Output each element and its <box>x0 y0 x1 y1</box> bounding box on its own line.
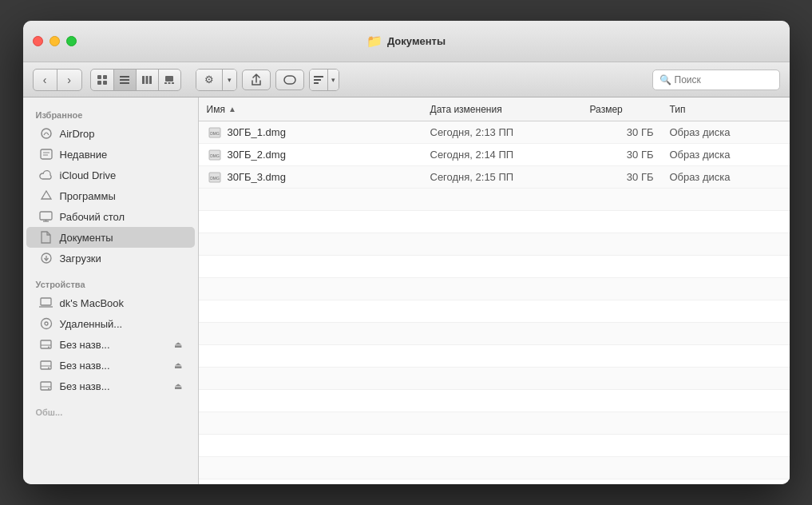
sort-icon <box>313 75 324 85</box>
dmg-icon-3: DMG <box>208 171 221 184</box>
sidebar-item-recents[interactable]: Недавние <box>26 144 195 165</box>
sort-button[interactable] <box>310 70 327 90</box>
drive2-icon <box>39 358 53 372</box>
sidebar-item-desktop[interactable]: Рабочий стол <box>26 206 195 227</box>
file-date-2: Сегодня, 2:14 ПП <box>430 149 590 161</box>
devices-header: Устройства <box>23 275 198 292</box>
sidebar-item-airdrop[interactable]: AirDrop <box>26 123 195 144</box>
finder-window: 📁 Документы ‹ › <box>23 21 790 484</box>
file-list: DMG 30ГБ_1.dmg Сегодня, 2:13 ПП 30 ГБ Об… <box>199 121 790 484</box>
eject3-icon[interactable]: ⏏ <box>174 381 182 392</box>
gear-action-button[interactable]: ⚙ <box>196 70 222 90</box>
file-name-1: 30ГБ_1.dmg <box>228 126 430 138</box>
col-size-header[interactable]: Размер <box>590 104 670 115</box>
drive1-icon <box>39 337 53 352</box>
col-date-header[interactable]: Дата изменения <box>430 104 590 115</box>
maximize-button[interactable] <box>66 36 77 46</box>
table-row[interactable]: DMG 30ГБ_1.dmg Сегодня, 2:13 ПП 30 ГБ Об… <box>199 121 790 144</box>
back-button[interactable]: ‹ <box>34 70 57 90</box>
svg-rect-4 <box>120 76 129 78</box>
remote-label: Удаленный... <box>60 318 123 330</box>
svg-point-35 <box>48 368 50 369</box>
forward-button[interactable]: › <box>57 70 81 90</box>
favorites-header: Избранное <box>23 105 198 123</box>
svg-rect-15 <box>314 76 323 78</box>
table-row[interactable]: DMG 30ГБ_3.dmg Сегодня, 2:15 ПП 30 ГБ Об… <box>199 166 790 189</box>
title-bar: 📁 Документы <box>23 21 790 62</box>
empty-row <box>199 256 790 278</box>
file-date-3: Сегодня, 2:15 ПП <box>430 171 590 183</box>
svg-rect-2 <box>97 81 101 85</box>
share-icon <box>251 74 262 86</box>
gear-dropdown-button[interactable]: ▾ <box>222 70 236 90</box>
airdrop-label: AirDrop <box>60 128 95 140</box>
table-row[interactable]: DMG 30ГБ_2.dmg Сегодня, 2:14 ПП 30 ГБ Об… <box>199 144 790 166</box>
svg-rect-22 <box>40 212 52 220</box>
unnamed3-label: Без назв... <box>60 380 110 392</box>
col-name-header[interactable]: Имя ▲ <box>207 104 430 115</box>
svg-text:DMG: DMG <box>210 153 220 157</box>
svg-rect-14 <box>284 76 295 84</box>
minimize-button[interactable] <box>50 36 60 46</box>
sort-dropdown-button[interactable]: ▾ <box>327 70 339 90</box>
empty-row <box>199 323 790 345</box>
downloads-icon <box>39 251 53 265</box>
empty-row <box>199 412 790 435</box>
svg-rect-27 <box>41 298 51 305</box>
svg-rect-0 <box>97 75 101 79</box>
view-button-group <box>90 69 181 91</box>
empty-row <box>199 189 790 211</box>
sidebar-item-remote[interactable]: Удаленный... <box>26 313 195 334</box>
sidebar-item-unnamed1[interactable]: Без назв... ⏏ <box>26 334 195 355</box>
disc-icon <box>39 316 53 331</box>
sidebar-item-unnamed3[interactable]: Без назв... ⏏ <box>26 376 195 396</box>
search-input[interactable] <box>675 74 773 85</box>
sidebar-item-apps[interactable]: Программы <box>26 185 195 206</box>
col-size-label: Размер <box>590 104 623 115</box>
sidebar-item-unnamed2[interactable]: Без назв... ⏏ <box>26 355 195 376</box>
sidebar-item-icloud[interactable]: iCloud Drive <box>26 165 195 185</box>
file-size-1: 30 ГБ <box>590 126 670 138</box>
empty-row <box>199 457 790 479</box>
close-button[interactable] <box>33 36 43 46</box>
file-type-3: Образ диска <box>670 171 782 183</box>
sidebar-item-documents[interactable]: Документы <box>26 227 195 248</box>
col-date-label: Дата изменения <box>430 104 502 115</box>
svg-rect-13 <box>172 82 174 84</box>
tag-button[interactable] <box>275 70 304 90</box>
search-box: 🔍 <box>652 70 780 90</box>
documents-icon <box>39 230 53 245</box>
action-gear-group: ⚙ ▾ <box>196 69 237 91</box>
eject1-icon[interactable]: ⏏ <box>174 340 182 350</box>
gear-chevron-icon: ▾ <box>228 76 232 84</box>
unnamed1-label: Без назв... <box>60 339 110 351</box>
sidebar-item-macbook[interactable]: dk's MacBook <box>26 292 195 313</box>
view-icon-button[interactable] <box>91 70 113 90</box>
share-button[interactable] <box>242 70 271 90</box>
body: Избранное AirDrop Недавние iCloud Drive <box>23 97 790 484</box>
list-view-icon <box>119 75 130 85</box>
file-type-2: Образ диска <box>670 149 782 161</box>
svg-rect-12 <box>168 82 171 84</box>
svg-rect-19 <box>41 149 52 159</box>
view-columns-button[interactable] <box>136 70 158 90</box>
file-size-3: 30 ГБ <box>590 171 670 183</box>
svg-point-29 <box>45 322 48 325</box>
view-cover-button[interactable] <box>158 70 180 90</box>
sort-arrow-icon: ▲ <box>228 105 236 113</box>
main-content: Имя ▲ Дата изменения Размер Тип <box>199 97 790 484</box>
col-type-label: Тип <box>670 104 686 115</box>
recents-label: Недавние <box>60 149 108 161</box>
icon-view-icon <box>97 74 108 85</box>
eject2-icon[interactable]: ⏏ <box>174 360 182 371</box>
view-list-button[interactable] <box>113 70 136 90</box>
svg-point-32 <box>48 347 50 348</box>
columns-view-icon <box>141 75 152 85</box>
empty-row <box>199 300 790 323</box>
col-type-header[interactable]: Тип <box>670 104 782 115</box>
icloud-label: iCloud Drive <box>60 169 117 181</box>
cover-view-icon <box>164 75 175 85</box>
airdrop-icon <box>39 126 53 141</box>
sidebar-item-downloads[interactable]: Загрузки <box>26 248 195 268</box>
file-name-2: 30ГБ_2.dmg <box>228 149 430 161</box>
